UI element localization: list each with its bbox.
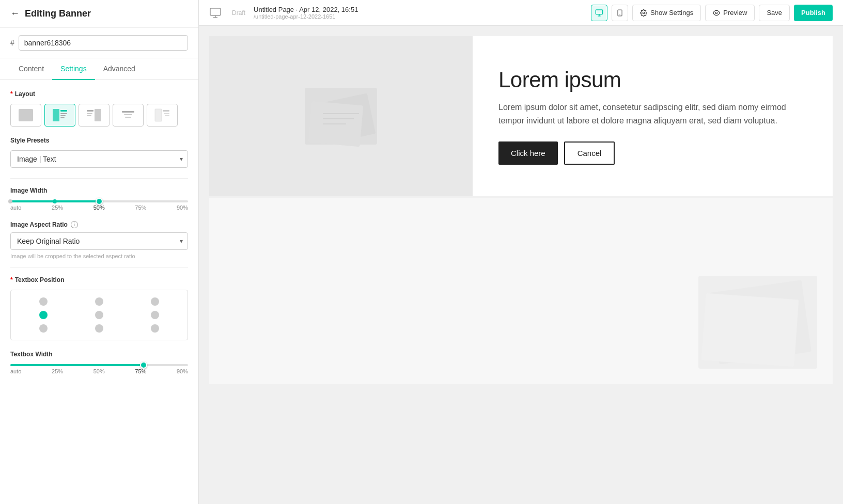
publish-button[interactable]: Publish bbox=[794, 5, 833, 21]
sidebar-header: ← Editing Banner bbox=[0, 0, 198, 28]
pos-0-1[interactable] bbox=[95, 297, 103, 306]
svg-rect-13 bbox=[155, 109, 162, 121]
svg-rect-11 bbox=[124, 114, 132, 115]
tick-25 bbox=[53, 199, 57, 203]
pos-0-0[interactable] bbox=[39, 297, 48, 306]
pos-1-1[interactable] bbox=[95, 311, 103, 319]
layout-options bbox=[10, 104, 188, 127]
layout-option-text-image[interactable] bbox=[79, 104, 110, 127]
pos-2-1[interactable] bbox=[95, 324, 103, 333]
banner-body: Lorem ipsum dolor sit amet, consetetur s… bbox=[498, 101, 807, 127]
textbox-width-labels: auto 25% 50% 75% 90% bbox=[10, 368, 188, 374]
pos-1-0[interactable] bbox=[39, 311, 48, 319]
aspect-ratio-select[interactable]: Keep Original Ratio 1:1 4:3 16:9 bbox=[10, 232, 188, 250]
cancel-button[interactable]: Cancel bbox=[564, 141, 615, 165]
click-here-button[interactable]: Click here bbox=[498, 141, 558, 165]
required-asterisk-2: * bbox=[10, 276, 13, 284]
pos-2-0[interactable] bbox=[39, 324, 48, 333]
svg-rect-2 bbox=[60, 110, 67, 112]
canvas: Lorem ipsum Lorem ipsum dolor sit amet, … bbox=[199, 26, 843, 504]
monitor-icon bbox=[209, 7, 222, 19]
svg-point-24 bbox=[619, 14, 620, 14]
position-grid bbox=[10, 290, 188, 340]
svg-rect-20 bbox=[596, 10, 602, 14]
image-width-label: Image Width bbox=[10, 187, 188, 194]
tab-bar: Content Settings Advanced bbox=[0, 58, 198, 80]
page-slug: /untitled-page-apr-12-2022-1651 bbox=[254, 13, 358, 20]
label-auto: auto bbox=[10, 204, 21, 211]
label-90: 90% bbox=[177, 204, 188, 211]
textbox-width-fill bbox=[10, 364, 144, 366]
layout-option-text-center[interactable] bbox=[113, 104, 144, 127]
banner-heading: Lorem ipsum bbox=[498, 68, 807, 92]
preview-label: Preview bbox=[723, 9, 747, 17]
banner-section-1: Lorem ipsum Lorem ipsum dolor sit amet, … bbox=[209, 36, 833, 196]
image-placeholder-icon bbox=[294, 77, 387, 155]
tw-label-auto: auto bbox=[10, 368, 21, 374]
image-width-labels: auto 25% 50% 75% 90% bbox=[10, 204, 188, 211]
textbox-width-section: Textbox Width auto 25% 50% 75% 90% bbox=[10, 351, 188, 374]
topbar-right: Show Settings Preview Save Publish bbox=[591, 5, 833, 21]
info-icon[interactable]: i bbox=[71, 221, 78, 228]
textbox-position-section: *Textbox Position bbox=[10, 276, 188, 340]
sidebar-content: *Layout bbox=[0, 80, 198, 504]
show-settings-label: Show Settings bbox=[650, 9, 693, 17]
tab-content[interactable]: Content bbox=[10, 58, 52, 80]
svg-rect-1 bbox=[53, 109, 59, 121]
svg-rect-5 bbox=[60, 117, 65, 118]
id-row: # bbox=[0, 28, 198, 58]
banner-section-2 bbox=[209, 198, 833, 384]
crop-hint: Image will be cropped to the selected as… bbox=[10, 253, 188, 259]
eye-icon bbox=[713, 9, 720, 17]
tick-auto bbox=[8, 199, 12, 203]
svg-rect-7 bbox=[87, 113, 92, 114]
textbox-width-thumb[interactable] bbox=[140, 361, 147, 369]
back-button[interactable]: ← bbox=[10, 8, 20, 19]
aspect-label-row: Image Aspect Ratio i bbox=[10, 221, 188, 228]
desktop-view-button[interactable] bbox=[591, 5, 607, 21]
show-settings-button[interactable]: Show Settings bbox=[632, 5, 701, 21]
svg-point-25 bbox=[643, 12, 645, 14]
publish-label: Publish bbox=[801, 9, 825, 17]
tab-advanced[interactable]: Advanced bbox=[95, 58, 144, 80]
textbox-width-label: Textbox Width bbox=[10, 351, 188, 358]
pos-0-2[interactable] bbox=[151, 297, 159, 306]
desktop-icon bbox=[595, 9, 603, 17]
image-width-track[interactable] bbox=[10, 200, 188, 202]
style-presets-select[interactable]: Image | Text Text | Image Full Width bbox=[10, 150, 188, 168]
style-presets-wrapper: Image | Text Text | Image Full Width ▾ bbox=[10, 150, 188, 168]
tw-label-90: 90% bbox=[177, 368, 188, 374]
svg-rect-9 bbox=[95, 109, 101, 121]
aspect-ratio-section: Image Aspect Ratio i Keep Original Ratio… bbox=[10, 221, 188, 259]
save-button[interactable]: Save bbox=[759, 5, 790, 21]
layout-option-image-text[interactable] bbox=[44, 104, 75, 127]
mobile-icon bbox=[616, 9, 623, 17]
page-title: Untitled Page · Apr 12, 2022, 16:51 bbox=[254, 6, 358, 13]
pos-1-2[interactable] bbox=[151, 311, 159, 319]
divider-1 bbox=[10, 178, 188, 179]
label-50: 50% bbox=[93, 204, 105, 211]
svg-rect-10 bbox=[122, 111, 134, 113]
id-input[interactable] bbox=[19, 35, 188, 51]
svg-rect-12 bbox=[125, 117, 131, 118]
tw-label-75: 75% bbox=[135, 368, 146, 374]
topbar: Draft Untitled Page · Apr 12, 2022, 16:5… bbox=[199, 0, 843, 26]
mobile-view-button[interactable] bbox=[612, 5, 628, 21]
image-width-thumb[interactable] bbox=[96, 198, 103, 205]
svg-rect-0 bbox=[19, 109, 33, 121]
settings-icon bbox=[640, 9, 647, 17]
tw-label-50: 50% bbox=[93, 368, 105, 374]
banner-buttons: Click here Cancel bbox=[498, 141, 807, 165]
sidebar: ← Editing Banner # Content Settings Adva… bbox=[0, 0, 199, 504]
pos-2-2[interactable] bbox=[151, 324, 159, 333]
preview-button[interactable]: Preview bbox=[705, 5, 755, 21]
required-asterisk: * bbox=[10, 90, 13, 98]
tab-settings[interactable]: Settings bbox=[52, 58, 95, 80]
layout-option-text-right[interactable] bbox=[147, 104, 178, 127]
layout-option-image-only[interactable] bbox=[10, 104, 41, 127]
layout-icon-text-image bbox=[86, 108, 102, 122]
topbar-left: Draft Untitled Page · Apr 12, 2022, 16:5… bbox=[209, 6, 358, 20]
draft-badge: Draft bbox=[230, 9, 247, 17]
aspect-ratio-label: Image Aspect Ratio bbox=[10, 221, 68, 228]
textbox-width-track[interactable] bbox=[10, 364, 188, 366]
